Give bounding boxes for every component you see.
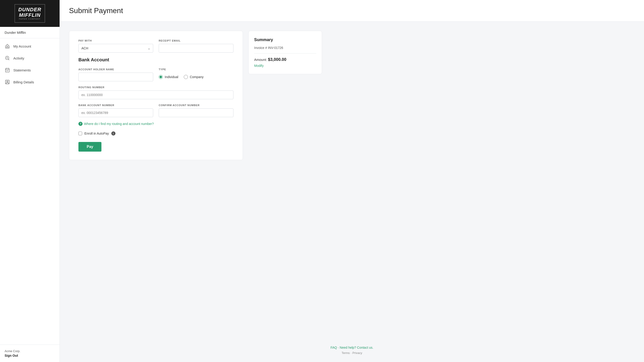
logo-box: DUNDER MIFFLIN PAPER COMPANY — [14, 4, 45, 23]
pay-button[interactable]: Pay — [78, 142, 102, 152]
autopay-label: Enroll in AutoPay — [84, 132, 109, 135]
pay-with-select[interactable]: ACH Credit Card Check — [78, 44, 153, 53]
sidebar-label-billing-details: Billing Details — [13, 80, 34, 84]
footer-company-name: Acme Corp. — [4, 349, 55, 353]
pay-with-label: PAY WITH — [78, 39, 153, 42]
sidebar-item-my-account[interactable]: My Account — [0, 40, 60, 52]
autopay-info-icon[interactable]: i — [111, 131, 116, 136]
footer-links: FAQ · Need help? Contact us. — [69, 346, 635, 349]
sidebar-item-billing-details[interactable]: Billing Details — [0, 76, 60, 88]
modify-link[interactable]: Modify — [254, 64, 264, 67]
contact-link[interactable]: Need help? Contact us. — [340, 346, 373, 349]
sidebar-label-activity: Activity — [13, 56, 24, 60]
pay-with-group: PAY WITH ACH Credit Card Check ⌄ — [78, 39, 153, 53]
privacy-link[interactable]: Privacy — [352, 351, 362, 355]
amount-label: Amount: — [254, 58, 267, 62]
page-footer: FAQ · Need help? Contact us. Terms · Pri… — [60, 338, 644, 362]
receipt-email-group: RECEIPT EMAIL — [159, 39, 234, 53]
summary-amount: Amount: $3,000.00 — [254, 57, 316, 62]
radio-individual-text: Individual — [165, 75, 178, 79]
bank-account-input[interactable] — [78, 108, 153, 117]
summary-invoice: Invoice # INV-01726 — [254, 46, 316, 53]
footer-legal: Terms · Privacy — [69, 351, 635, 355]
summary-title: Summary — [254, 37, 316, 42]
help-link-text: Where do I find my routing and account n… — [84, 122, 154, 126]
page-header: Submit Payment — [60, 0, 644, 21]
footer-separator-1: · — [338, 346, 339, 349]
sidebar: DUNDER MIFFLIN PAPER COMPANY Dunder Miff… — [0, 0, 60, 362]
bank-account-row: BANK ACCOUNT NUMBER CONFIRM ACCOUNT NUMB… — [78, 104, 234, 117]
routing-help-link[interactable]: ? Where do I find my routing and account… — [78, 122, 234, 126]
sidebar-nav: My Account Activity Statements Billing D… — [0, 38, 60, 345]
receipt-email-input[interactable] — [159, 44, 234, 53]
type-radio-group: Individual Company — [159, 73, 234, 79]
logo-line1: DUNDER — [18, 7, 41, 12]
sidebar-label-my-account: My Account — [13, 44, 31, 48]
bank-account-title: Bank Account — [78, 57, 234, 62]
type-label: TYPE — [159, 68, 234, 71]
terms-link[interactable]: Terms — [342, 351, 350, 355]
radio-company[interactable] — [184, 75, 188, 79]
sign-out-link[interactable]: Sign Out — [4, 354, 18, 358]
bank-account-group: BANK ACCOUNT NUMBER — [78, 104, 153, 117]
confirm-account-label: CONFIRM ACCOUNT NUMBER — [159, 104, 234, 107]
radio-company-text: Company — [190, 75, 204, 79]
pay-with-row: PAY WITH ACH Credit Card Check ⌄ RECEIPT… — [78, 39, 234, 53]
logo-line2: MIFFLIN — [18, 12, 41, 18]
autopay-checkbox[interactable] — [78, 132, 82, 135]
page-title: Submit Payment — [69, 6, 635, 15]
activity-icon — [4, 55, 10, 61]
confirm-account-input[interactable] — [159, 108, 234, 117]
radio-company-label[interactable]: Company — [184, 75, 204, 79]
account-holder-group: ACCOUNT HOLDER NAME — [78, 68, 153, 81]
type-group: TYPE Individual Company — [159, 68, 234, 81]
bank-account-label: BANK ACCOUNT NUMBER — [78, 104, 153, 107]
sidebar-item-statements[interactable]: Statements — [0, 64, 60, 76]
account-holder-row: ACCOUNT HOLDER NAME TYPE Individual — [78, 68, 234, 81]
radio-individual[interactable] — [159, 75, 163, 79]
confirm-account-group: CONFIRM ACCOUNT NUMBER — [159, 104, 234, 117]
logo-sub: PAPER COMPANY — [18, 18, 41, 20]
routing-input[interactable] — [78, 90, 234, 99]
form-card: PAY WITH ACH Credit Card Check ⌄ RECEIPT… — [69, 31, 243, 160]
sidebar-logo: DUNDER MIFFLIN PAPER COMPANY — [0, 0, 60, 27]
radio-individual-label[interactable]: Individual — [159, 75, 178, 79]
summary-card: Summary Invoice # INV-01726 Amount: $3,0… — [248, 31, 322, 74]
amount-value: $3,000.00 — [268, 57, 286, 62]
routing-label: ROUTING NUMBER — [78, 86, 234, 89]
svg-rect-1 — [6, 68, 10, 72]
sidebar-label-statements: Statements — [13, 68, 31, 72]
payment-container: PAY WITH ACH Credit Card Check ⌄ RECEIPT… — [69, 31, 322, 160]
account-holder-label: ACCOUNT HOLDER NAME — [78, 68, 153, 71]
routing-group: ROUTING NUMBER — [78, 86, 234, 99]
sidebar-company-name: Dunder Mifflin — [0, 27, 60, 38]
user-icon — [4, 79, 10, 85]
help-circle-icon: ? — [78, 122, 82, 126]
sidebar-item-activity[interactable]: Activity — [0, 52, 60, 64]
account-holder-input[interactable] — [78, 73, 153, 81]
receipt-email-label: RECEIPT EMAIL — [159, 39, 234, 42]
autopay-row: Enroll in AutoPay i — [78, 131, 234, 136]
pay-with-select-wrapper: ACH Credit Card Check ⌄ — [78, 44, 153, 53]
svg-point-3 — [7, 81, 8, 82]
calendar-icon — [4, 67, 10, 73]
footer-separator-2: · — [351, 351, 352, 355]
page-body: PAY WITH ACH Credit Card Check ⌄ RECEIPT… — [60, 21, 644, 338]
faq-link[interactable]: FAQ — [330, 346, 337, 349]
sidebar-footer: Acme Corp. Sign Out — [0, 345, 60, 362]
home-icon — [4, 43, 10, 49]
main-content: Submit Payment PAY WITH ACH Credit Card … — [60, 0, 644, 362]
